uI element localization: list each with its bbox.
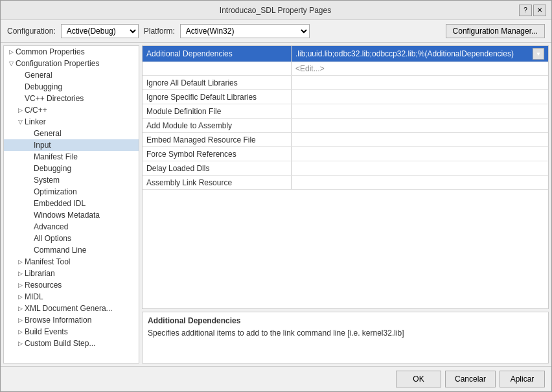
expander-configuration-properties: ▽: [6, 59, 16, 68]
tree-item-browse-information[interactable]: ▷Browse Information: [4, 314, 139, 326]
title-bar: Introducao_SDL Property Pages ? ✕: [1, 1, 551, 20]
prop-row-delay-loaded-dlls[interactable]: Delay Loaded Dlls: [143, 161, 548, 176]
prop-edit-row: <Edit...>: [143, 62, 548, 76]
prop-value-module-definition-file: [292, 104, 548, 118]
info-title: Additional Dependencies: [148, 316, 543, 325]
prop-row-assembly-link-resource[interactable]: Assembly Link Resource: [143, 176, 548, 190]
prop-name-add-module-to-assembly: Add Module to Assembly: [143, 119, 292, 132]
prop-row-ignore-specific-default-libraries[interactable]: Ignore Specific Default Libraries: [143, 90, 548, 104]
tree-item-linker-all-options[interactable]: All Options: [4, 233, 139, 244]
expander-linker-embedded-idl: [25, 199, 34, 208]
tree-item-linker-command-line[interactable]: Command Line: [4, 244, 139, 256]
expander-linker-general: [25, 129, 34, 138]
prop-value-text-additional-dependencies: .lib;uuid.lib;odbc32.lib;odbccp32.lib;%(…: [295, 49, 533, 58]
config-manager-button[interactable]: Configuration Manager...: [446, 24, 545, 38]
tree-item-linker-system[interactable]: System: [4, 174, 139, 186]
tree-label-build-events: Build Events: [25, 327, 68, 336]
expander-linker-windows-metadata: [25, 211, 34, 220]
tree-label-cpp: C/C++: [25, 106, 47, 115]
prop-name-module-definition-file: Module Definition File: [143, 104, 292, 118]
expander-linker-debugging: [25, 164, 34, 173]
tree-label-linker-windows-metadata: Windows Metadata: [34, 211, 100, 220]
tree-item-build-events[interactable]: ▷Build Events: [4, 326, 139, 338]
cancel-button[interactable]: Cancelar: [445, 371, 496, 387]
ok-button[interactable]: OK: [396, 371, 441, 387]
prop-dropdown-additional-dependencies[interactable]: ▼: [533, 48, 544, 60]
platform-select[interactable]: Active(Win32): [180, 24, 310, 38]
prop-row-module-definition-file[interactable]: Module Definition File: [143, 104, 548, 119]
info-description: Specifies additional items to add to the…: [148, 328, 543, 339]
tree-item-custom-build-step[interactable]: ▷Custom Build Step...: [4, 338, 139, 349]
tree-item-manifest-tool[interactable]: ▷Manifest Tool: [4, 256, 139, 268]
configuration-select[interactable]: Active(Debug): [61, 24, 139, 38]
prop-row-ignore-all-default-libraries[interactable]: Ignore All Default Libraries: [143, 76, 548, 90]
tree-item-linker-windows-metadata[interactable]: Windows Metadata: [4, 209, 139, 221]
tree-item-xml-document[interactable]: ▷XML Document Genera...: [4, 303, 139, 314]
title-bar-buttons: ? ✕: [519, 5, 546, 16]
tree-label-linker-system: System: [34, 176, 60, 185]
prop-value-input: .lib;uuid.lib;odbc32.lib;odbccp32.lib;%(…: [295, 48, 544, 60]
tree-label-common-properties: Common Properties: [16, 47, 85, 56]
tree-item-midl[interactable]: ▷MIDL: [4, 291, 139, 303]
expander-build-events: ▷: [16, 327, 25, 336]
tree-label-vc-directories: VC++ Directories: [25, 94, 84, 103]
right-area: Additional Dependencies.lib;uuid.lib;odb…: [142, 45, 549, 363]
prop-name-force-symbol-references: Force Symbol References: [143, 147, 292, 161]
tree-label-manifest-tool: Manifest Tool: [25, 257, 70, 266]
tree-label-browse-information: Browse Information: [25, 316, 91, 325]
tree-item-linker-manifest[interactable]: Manifest File: [4, 151, 139, 163]
prop-row-additional-dependencies[interactable]: Additional Dependencies.lib;uuid.lib;odb…: [143, 46, 548, 62]
prop-value-ignore-specific-default-libraries: [292, 90, 548, 104]
info-panel: Additional Dependencies Specifies additi…: [142, 312, 549, 363]
tree-item-linker-general[interactable]: General: [4, 128, 139, 139]
expander-resources: ▷: [16, 281, 25, 290]
tree-item-librarian[interactable]: ▷Librarian: [4, 268, 139, 279]
prop-row-add-module-to-assembly[interactable]: Add Module to Assembly: [143, 119, 548, 133]
expander-linker-input: [25, 141, 34, 150]
tree-label-linker-general: General: [34, 129, 62, 138]
prop-name-ignore-all-default-libraries: Ignore All Default Libraries: [143, 76, 292, 89]
tree-item-linker-input[interactable]: Input: [4, 139, 139, 151]
tree-label-xml-document: XML Document Genera...: [25, 304, 113, 313]
tree-item-linker-debugging[interactable]: Debugging: [4, 163, 139, 174]
expander-linker-manifest: [25, 152, 34, 161]
expander-common-properties: ▷: [6, 47, 16, 56]
prop-row-force-symbol-references[interactable]: Force Symbol References: [143, 147, 548, 161]
tree-label-linker: Linker: [25, 117, 46, 126]
tree-item-debugging[interactable]: Debugging: [4, 81, 139, 93]
prop-name-embed-managed-resource: Embed Managed Resource File: [143, 133, 292, 146]
help-button[interactable]: ?: [519, 5, 532, 16]
expander-librarian: ▷: [16, 269, 25, 278]
expander-debugging: [16, 82, 25, 91]
prop-value-ignore-all-default-libraries: [292, 76, 548, 89]
tree-item-resources[interactable]: ▷Resources: [4, 279, 139, 291]
prop-name-additional-dependencies: Additional Dependencies: [143, 46, 292, 62]
prop-value-additional-dependencies: .lib;uuid.lib;odbc32.lib;odbccp32.lib;%(…: [292, 46, 548, 62]
tree-item-common-properties[interactable]: ▷Common Properties: [4, 46, 139, 58]
expander-linker-advanced: [25, 222, 34, 231]
apply-button[interactable]: Aplicar: [500, 371, 545, 387]
prop-row-embed-managed-resource[interactable]: Embed Managed Resource File: [143, 133, 548, 147]
tree-item-linker-embedded-idl[interactable]: Embedded IDL: [4, 198, 139, 209]
expander-general: [16, 71, 25, 80]
tree-label-debugging: Debugging: [25, 82, 62, 91]
close-button[interactable]: ✕: [533, 5, 546, 16]
expander-linker-system: [25, 176, 34, 185]
tree-item-linker-advanced[interactable]: Advanced: [4, 221, 139, 233]
tree-item-configuration-properties[interactable]: ▽Configuration Properties: [4, 58, 139, 69]
expander-midl: ▷: [16, 292, 25, 301]
tree-item-linker[interactable]: ▽Linker: [4, 116, 139, 128]
tree-label-linker-optimization: Optimization: [34, 187, 77, 196]
edit-link[interactable]: <Edit...>: [295, 64, 325, 73]
properties-panel: Additional Dependencies.lib;uuid.lib;odb…: [142, 45, 549, 309]
expander-linker-optimization: [25, 187, 34, 196]
expander-manifest-tool: ▷: [16, 257, 25, 266]
tree-item-cpp[interactable]: ▷C/C++: [4, 104, 139, 116]
button-bar: OK Cancelar Aplicar: [1, 366, 551, 391]
tree-item-vc-directories[interactable]: VC++ Directories: [4, 93, 139, 104]
platform-label: Platform:: [144, 27, 175, 36]
prop-name-assembly-link-resource: Assembly Link Resource: [143, 176, 292, 189]
tree-label-librarian: Librarian: [25, 269, 55, 278]
tree-item-general[interactable]: General: [4, 69, 139, 81]
tree-item-linker-optimization[interactable]: Optimization: [4, 186, 139, 198]
